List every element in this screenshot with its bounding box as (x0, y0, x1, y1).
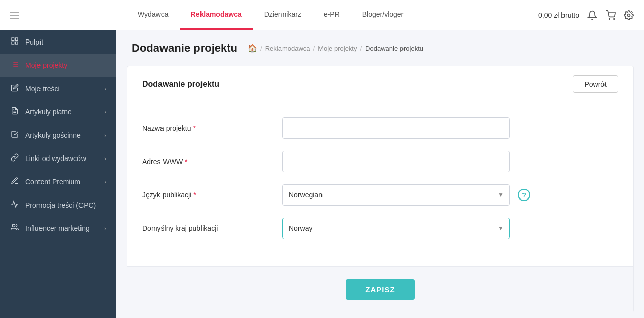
sidebar-item-label: Linki od wydawców (25, 154, 98, 163)
logo-area: whitepress® (10, 10, 127, 20)
sidebar-item-label: Influencer marketing (25, 224, 98, 232)
field-row-jezyk: Język publikacji * Norwegian English Pol… (142, 184, 618, 206)
breadcrumb: 🏠 / Reklamodawca / Moje projekty / Dodaw… (248, 44, 423, 53)
svg-rect-5 (15, 42, 18, 44)
label-jezyk-publikacji: Język publikacji * (142, 191, 274, 199)
tab-dziennikarz[interactable]: Dziennikarz (253, 0, 312, 30)
label-kraj-publikacji: Domyślny kraj publikacji (142, 224, 274, 232)
input-nazwa-projektu[interactable] (282, 117, 510, 139)
sidebar-item-label: Artykuły gościnne (25, 131, 98, 139)
input-adres-www[interactable] (282, 151, 510, 172)
top-navigation: whitepress® Wydawca Reklamodawca Dzienni… (0, 0, 644, 30)
svg-point-1 (614, 18, 615, 19)
tab-wydawca[interactable]: Wydawca (127, 0, 180, 30)
arrow-icon: › (104, 179, 106, 185)
sidebar-item-linki[interactable]: Linki od wydawców › (0, 147, 116, 170)
cart-icon[interactable] (606, 10, 616, 20)
sidebar-item-artykuly-goscinne[interactable]: Artykuły gościnne › (0, 124, 116, 147)
label-nazwa-projektu: Nazwa projektu * (142, 124, 274, 132)
sidebar-item-label: Content Premium (25, 178, 98, 186)
moje-tresci-icon (10, 84, 19, 94)
help-icon[interactable]: ? (518, 189, 530, 201)
svg-rect-6 (12, 42, 14, 44)
form-card: Dodawanie projektu Powrót Nazwa projektu… (127, 66, 634, 312)
arrow-icon: › (104, 132, 106, 138)
form-card-title: Dodawanie projektu (142, 80, 219, 89)
sidebar-item-label: Pulpit (25, 38, 106, 46)
svg-rect-4 (15, 38, 18, 41)
sidebar-item-label: Moje projekty (25, 61, 106, 69)
sidebar: Pulpit Moje projekty Moje treści (0, 30, 116, 318)
breadcrumb-reklamodawca[interactable]: Reklamodawca (265, 45, 310, 52)
svg-point-15 (12, 224, 15, 227)
influencer-icon (10, 223, 19, 233)
breadcrumb-moje-projekty[interactable]: Moje projekty (318, 45, 357, 52)
moje-projekty-icon (10, 60, 19, 70)
breadcrumb-home-icon[interactable]: 🏠 (248, 44, 257, 53)
arrow-icon: › (104, 155, 106, 162)
sidebar-item-moje-tresci[interactable]: Moje treści › (0, 77, 116, 100)
sidebar-item-pulpit[interactable]: Pulpit (0, 30, 116, 54)
arrow-icon: › (104, 109, 106, 115)
select-jezyk-publikacji[interactable]: Norwegian English Polish German French (282, 184, 510, 206)
page-title: Dodawanie projektu (132, 42, 237, 55)
sidebar-item-promocja[interactable]: Promocja treści (CPC) (0, 193, 116, 217)
back-button[interactable]: Powrót (573, 75, 618, 93)
select-kraj-publikacji[interactable]: Norway Poland Germany Sweden Denmark (282, 218, 510, 239)
field-row-adres: Adres WWW * (142, 151, 618, 172)
sidebar-item-moje-projekty[interactable]: Moje projekty (0, 54, 116, 77)
notifications-icon[interactable] (587, 10, 597, 20)
content-premium-icon (10, 177, 19, 187)
artykuly-goscinne-icon (10, 130, 19, 140)
artykuly-platne-icon (10, 107, 19, 117)
layout: Pulpit Moje projekty Moje treści (0, 30, 644, 318)
main-nav-tabs: Wydawca Reklamodawca Dziennikarz e-PR Bl… (127, 0, 538, 30)
sidebar-item-artykuly-platne[interactable]: Artykuły płatne › (0, 100, 116, 124)
logo: whitepress® (25, 10, 74, 20)
form-footer: ZAPISZ (127, 266, 633, 312)
sidebar-item-label: Artykuły płatne (25, 108, 98, 116)
svg-rect-3 (12, 38, 14, 41)
nav-right: 0,00 zł brutto (538, 10, 634, 20)
sidebar-item-label: Promocja treści (CPC) (25, 201, 106, 209)
tab-e-pr[interactable]: e-PR (312, 0, 351, 30)
select-wrapper-kraj: Norway Poland Germany Sweden Denmark ▼ (282, 218, 510, 239)
breadcrumb-current: Dodawanie projektu (365, 45, 423, 52)
sidebar-item-label: Moje treści (25, 85, 98, 93)
arrow-icon: › (104, 86, 106, 92)
settings-icon[interactable] (624, 10, 634, 20)
tab-bloger[interactable]: Bloger/vloger (351, 0, 415, 30)
price-display: 0,00 zł brutto (538, 11, 579, 19)
page-header: Dodawanie projektu 🏠 / Reklamodawca / Mo… (116, 30, 644, 66)
label-adres-www: Adres WWW * (142, 157, 274, 166)
tab-reklamodawca[interactable]: Reklamodawca (180, 0, 253, 30)
select-wrapper-jezyk: Norwegian English Polish German French ▼ (282, 184, 510, 206)
main-content: Dodawanie projektu 🏠 / Reklamodawca / Mo… (116, 30, 644, 318)
promocja-icon (10, 200, 19, 210)
svg-point-2 (628, 14, 630, 16)
pulpit-icon (10, 37, 19, 47)
sidebar-item-content-premium[interactable]: Content Premium › (0, 170, 116, 193)
linki-icon (10, 153, 19, 164)
svg-point-0 (609, 18, 610, 19)
arrow-icon: › (104, 225, 106, 231)
field-row-nazwa: Nazwa projektu * (142, 117, 618, 139)
form-card-header: Dodawanie projektu Powrót (127, 66, 633, 102)
sidebar-item-influencer[interactable]: Influencer marketing › (0, 217, 116, 240)
form-body: Nazwa projektu * Adres WWW * (127, 102, 633, 266)
save-button[interactable]: ZAPISZ (346, 279, 414, 300)
hamburger-menu[interactable] (10, 12, 19, 19)
field-row-kraj: Domyślny kraj publikacji Norway Poland G… (142, 218, 618, 239)
